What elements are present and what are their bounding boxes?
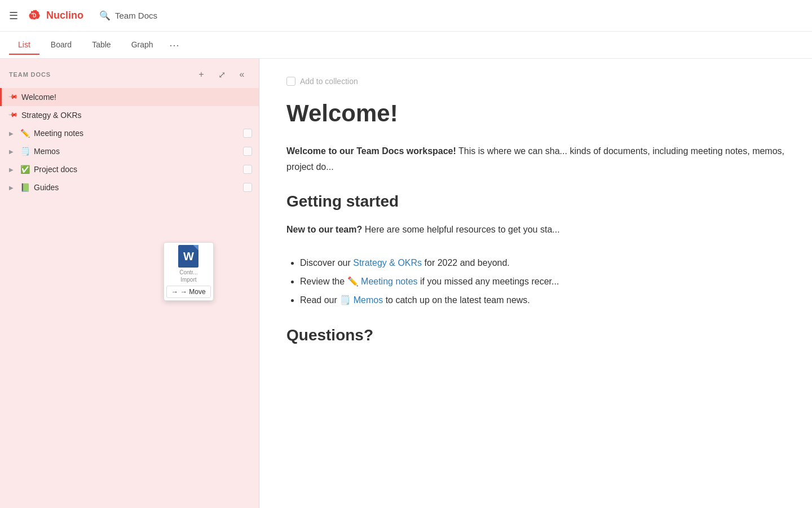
tab-board[interactable]: Board	[42, 36, 81, 55]
topbar: ☰ Nuclino 🔍 Team Docs	[0, 0, 812, 32]
collapse-sidebar-button[interactable]: «	[234, 67, 250, 82]
tab-graph[interactable]: Graph	[122, 36, 162, 55]
sidebar-item-project-docs[interactable]: ▶ ✅ Project docs	[0, 160, 259, 178]
tabs-bar: List Board Table Graph ⋯	[0, 32, 812, 59]
hamburger-icon[interactable]: ☰	[9, 10, 18, 22]
word-doc-icon: W	[178, 245, 198, 268]
tab-table[interactable]: Table	[83, 36, 120, 55]
sidebar-header: TEAM DOCS + ⤢ «	[0, 59, 259, 88]
add-item-button[interactable]: +	[193, 67, 209, 82]
sidebar-item-label: Memos	[34, 147, 240, 156]
expand-sidebar-button[interactable]: ⤢	[214, 67, 230, 82]
nuclino-logo	[25, 7, 43, 25]
sidebar-actions: + ⤢ «	[193, 67, 250, 82]
item-checkbox[interactable]	[243, 165, 252, 174]
item-emoji: ✅	[19, 165, 30, 174]
intro-bold: Welcome to our Team Docs workspace!	[286, 146, 456, 156]
strategy-link[interactable]: Strategy & OKRs	[353, 258, 422, 268]
search-input-label[interactable]: Team Docs	[115, 11, 157, 20]
sidebar-item-label: Project docs	[34, 165, 240, 174]
questions-heading: Questions?	[286, 326, 785, 344]
sidebar-item-guides[interactable]: ▶ 📗 Guides	[0, 178, 259, 196]
logo-text: Nuclino	[46, 10, 83, 21]
chevron-icon: ▶	[9, 130, 16, 137]
sidebar-item-label: Strategy & OKRs	[21, 111, 252, 120]
item-checkbox[interactable]	[243, 183, 252, 192]
drag-filename: Contr...Import	[179, 269, 197, 283]
sidebar-item-memos[interactable]: ▶ 🗒️ Memos	[0, 142, 259, 160]
sidebar-item-label: Welcome!	[21, 93, 252, 102]
sidebar: TEAM DOCS + ⤢ « 📌 Welcome! 📌 Strategy & …	[0, 59, 259, 508]
tabs-more-button[interactable]: ⋯	[165, 34, 184, 56]
collection-label: Add to collection	[300, 77, 358, 86]
resources-list: Discover our Strategy & OKRs for 2022 an…	[286, 255, 785, 308]
sidebar-items: 📌 Welcome! 📌 Strategy & OKRs ▶ ✏️ Meetin…	[0, 88, 259, 508]
chevron-icon: ▶	[9, 185, 16, 191]
search-icon: 🔍	[99, 10, 111, 21]
new-to-team-paragraph: New to our team? Here are some helpful r…	[286, 222, 785, 237]
new-to-team-bold: New to our team?	[286, 225, 362, 234]
item-checkbox[interactable]	[243, 129, 252, 138]
list-item: Discover our Strategy & OKRs for 2022 an…	[300, 255, 785, 271]
item-checkbox[interactable]	[243, 147, 252, 156]
new-to-team-text: Here are some helpful resources to get y…	[365, 225, 560, 234]
bullet-suffix: if you missed any meetings recer...	[420, 277, 559, 286]
collection-checkbox[interactable]	[286, 77, 295, 86]
chevron-icon: ▶	[9, 148, 16, 155]
sidebar-item-label: Meeting notes	[34, 129, 240, 138]
item-emoji: ✏️	[19, 129, 30, 138]
item-emoji: 🗒️	[19, 147, 30, 156]
sidebar-item-label: Guides	[34, 183, 240, 192]
pin-icon: 📌	[8, 110, 20, 121]
bullet-suffix: for 2022 and beyond.	[425, 258, 510, 268]
intro-paragraph: Welcome to our Team Docs workspace! This…	[286, 143, 785, 174]
memos-link[interactable]: Memos	[354, 295, 383, 305]
bullet-prefix: Review the ✏️	[300, 277, 361, 286]
move-arrow-icon: →	[171, 288, 178, 296]
meeting-notes-link[interactable]: Meeting notes	[361, 277, 418, 286]
sidebar-item-welcome[interactable]: 📌 Welcome!	[0, 88, 259, 106]
sidebar-item-meeting-notes[interactable]: ▶ ✏️ Meeting notes	[0, 124, 259, 142]
chevron-icon: ▶	[9, 167, 16, 173]
search-area[interactable]: 🔍 Team Docs	[99, 10, 157, 21]
main-layout: TEAM DOCS + ⤢ « 📌 Welcome! 📌 Strategy & …	[0, 59, 812, 508]
bullet-prefix: Discover our	[300, 258, 353, 268]
logo-area[interactable]: Nuclino	[25, 7, 83, 25]
bullet-suffix: to catch up on the latest team news.	[386, 295, 530, 305]
item-emoji: 📗	[19, 183, 30, 192]
tab-list[interactable]: List	[9, 36, 39, 55]
list-item: Read our 🗒️ Memos to catch up on the lat…	[300, 292, 785, 309]
drag-tooltip: W Contr...Import → → Move	[164, 242, 214, 301]
content-area: Add to collection Welcome! Welcome to ou…	[259, 59, 812, 508]
sidebar-item-strategy[interactable]: 📌 Strategy & OKRs	[0, 106, 259, 124]
add-to-collection[interactable]: Add to collection	[286, 77, 785, 86]
bullet-prefix: Read our 🗒️	[300, 295, 354, 305]
pin-icon: 📌	[8, 91, 20, 103]
sidebar-title: TEAM DOCS	[9, 71, 51, 78]
getting-started-heading: Getting started	[286, 192, 785, 211]
list-item: Review the ✏️ Meeting notes if you misse…	[300, 274, 785, 290]
move-label: → → Move	[166, 286, 211, 298]
page-title: Welcome!	[286, 99, 785, 128]
